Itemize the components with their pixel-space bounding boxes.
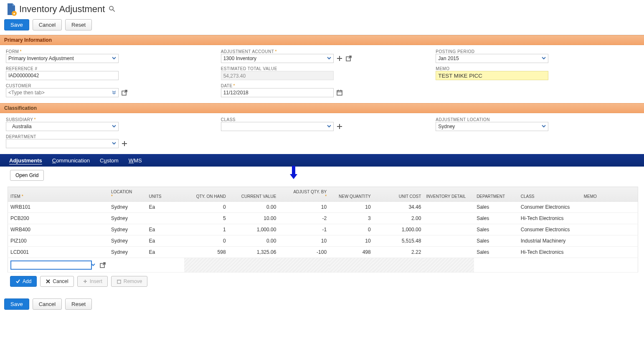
top-button-row: Save Cancel Reset [0, 18, 644, 35]
table-row[interactable]: PIZ100SydneyEa00.0010105,515.48SalesIndu… [8, 235, 638, 247]
grid-actions: Add Cancel Insert Remove [0, 273, 644, 293]
document-icon: ● [6, 3, 16, 15]
primary-col-left: FORM * REFERENCE # CUSTOMER [6, 49, 221, 97]
cell-unit-cost: 2.22 [373, 247, 424, 258]
table-row[interactable]: LCD001SydneyEa5981,325.06-1004982.22Sale… [8, 247, 638, 258]
cell-memo [581, 247, 638, 258]
table-row[interactable]: WRB400SydneyEa11,000.00-101,000.00SalesC… [8, 224, 638, 235]
department-select[interactable] [6, 139, 119, 148]
cell-current-value: 1,325.06 [228, 247, 279, 258]
adjustment-location-select[interactable] [436, 122, 548, 131]
col-item[interactable]: ITEM * [8, 187, 109, 202]
save-button-bottom[interactable]: Save [4, 298, 29, 310]
col-location[interactable]: LOCATION* [109, 187, 147, 202]
col-unit-cost[interactable]: UNIT COST [373, 187, 424, 202]
popout-icon[interactable] [99, 262, 106, 268]
label-subsidiary: SUBSIDIARY * [6, 117, 208, 122]
cell-class: Hi-Tech Electronics [518, 247, 581, 258]
new-badge-icon: ● [12, 11, 17, 16]
cancel-button[interactable]: Cancel [33, 19, 62, 30]
cell-new-qty: 0 [329, 224, 373, 235]
cell-item: WRB101 [8, 202, 109, 213]
primary-col-right: POSTING PERIOD MEMO [436, 49, 638, 97]
plus-icon[interactable] [336, 55, 343, 62]
tab-wms[interactable]: WMS [124, 155, 147, 166]
cell-location: Sydney [109, 202, 147, 213]
form-select[interactable] [6, 54, 119, 63]
cell-unit-cost: 2.00 [373, 213, 424, 224]
cell-qty-on-hand: 598 [184, 247, 228, 258]
cell-units: Ea [146, 224, 184, 235]
cell-department: Sales [474, 202, 518, 213]
col-units[interactable]: UNITS [146, 187, 184, 202]
cell-item: PCB200 [8, 213, 109, 224]
col-current-value[interactable]: CURRENT VALUE [228, 187, 279, 202]
estimated-total-value: 54,273.40 [221, 71, 334, 80]
cell-qty-on-hand: 0 [184, 202, 228, 213]
cell-department: Sales [474, 247, 518, 258]
posting-period-select[interactable] [436, 54, 548, 63]
col-adjust-qty-by[interactable]: ADJUST QTY. BY* [279, 187, 329, 202]
cell-current-value: 0.00 [228, 202, 279, 213]
entry-item-input[interactable] [10, 260, 92, 270]
col-qty-on-hand[interactable]: QTY. ON HAND [184, 187, 228, 202]
col-new-quantity[interactable]: NEW QUANTITY [329, 187, 373, 202]
col-memo[interactable]: MEMO [581, 187, 638, 202]
memo-input[interactable] [436, 71, 548, 80]
bottom-button-row: Save Cancel Reset [0, 293, 644, 314]
col-class[interactable]: CLASS [518, 187, 581, 202]
grid-cancel-button[interactable]: Cancel [40, 276, 74, 287]
label-estimated-total: ESTIMATED TOTAL VALUE [221, 66, 423, 71]
cell-location: Sydney [109, 247, 147, 258]
cell-class: Industrial Machinery [518, 235, 581, 247]
tabs-bar: Adjustments Communication Custom WMS [0, 154, 644, 167]
open-grid-button[interactable]: Open Grid [10, 170, 44, 181]
cell-units [146, 213, 184, 224]
cell-class: Consumer Electronics [518, 224, 581, 235]
col-department[interactable]: DEPARTMENT [474, 187, 518, 202]
primary-col-mid: ADJUSTMENT ACCOUNT * ESTIMATED TOTAL VAL… [221, 49, 436, 97]
reset-button-bottom[interactable]: Reset [65, 298, 92, 310]
search-icon[interactable] [108, 5, 116, 14]
grid-add-button[interactable]: Add [10, 276, 37, 287]
reset-button[interactable]: Reset [65, 19, 92, 30]
cell-memo [581, 235, 638, 247]
label-class: CLASS [221, 117, 423, 122]
cell-adjust-by: -2 [279, 213, 329, 224]
table-row[interactable]: PCB200Sydney510.00-232.00SalesHi-Tech El… [8, 213, 638, 224]
table-entry-row[interactable] [8, 258, 638, 273]
cell-location: Sydney [109, 213, 147, 224]
table-row[interactable]: WRB101SydneyEa00.00101034.46SalesConsume… [8, 202, 638, 213]
label-department: DEPARTMENT [6, 134, 208, 139]
cell-new-qty: 3 [329, 213, 373, 224]
table-header-row: ITEM * LOCATION* UNITS QTY. ON HAND CURR… [8, 187, 638, 202]
label-form: FORM * [6, 49, 208, 54]
save-button[interactable]: Save [4, 19, 29, 30]
tab-communication[interactable]: Communication [47, 155, 95, 166]
label-date: DATE * [221, 83, 423, 88]
tab-adjustments[interactable]: Adjustments [4, 155, 47, 166]
cell-qty-on-hand: 5 [184, 213, 228, 224]
tab-custom[interactable]: Custom [95, 155, 124, 166]
reference-input[interactable] [6, 71, 119, 80]
calendar-icon[interactable] [336, 89, 343, 96]
cell-department: Sales [474, 224, 518, 235]
cell-new-qty: 10 [329, 202, 373, 213]
plus-icon[interactable] [121, 140, 128, 147]
col-inventory-detail[interactable]: INVENTORY DETAIL [423, 187, 474, 202]
customer-select[interactable] [6, 88, 119, 97]
subsidiary-select[interactable] [6, 122, 119, 131]
popout-icon[interactable] [345, 55, 352, 62]
grid-insert-button: Insert [77, 276, 108, 287]
label-memo: MEMO [436, 66, 638, 71]
adjustment-account-select[interactable] [221, 54, 334, 63]
cell-current-value: 10.00 [228, 213, 279, 224]
plus-icon[interactable] [336, 123, 343, 130]
cell-memo [581, 224, 638, 235]
date-input[interactable] [221, 88, 334, 97]
chevron-down-icon [91, 262, 95, 268]
class-select[interactable] [221, 122, 334, 131]
popout-icon[interactable] [121, 89, 128, 96]
page-title: Inventory Adjustment [19, 4, 105, 15]
cancel-button-bottom[interactable]: Cancel [33, 298, 62, 310]
